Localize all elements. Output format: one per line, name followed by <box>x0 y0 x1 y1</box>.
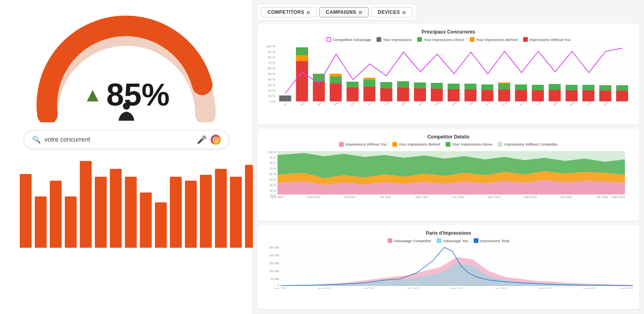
svg-rect-43 <box>397 81 409 88</box>
legend-without-competitor: Impressions Without Competitor <box>498 142 557 147</box>
gauge-person-icon <box>113 103 140 122</box>
bar-item <box>215 169 227 248</box>
svg-rect-42 <box>397 88 409 101</box>
svg-rect-39 <box>363 78 375 80</box>
legend-impressions-without-you: Impressions Without You <box>523 37 571 42</box>
svg-text:100 000: 100 000 <box>269 270 279 273</box>
svg-rect-48 <box>448 89 459 101</box>
bar-item <box>20 174 32 248</box>
svg-text:50 %: 50 % <box>268 72 275 76</box>
legend-dot-cyan <box>437 238 441 243</box>
svg-text:mars 2023: mars 2023 <box>612 196 625 198</box>
person-silhouette <box>113 103 140 121</box>
svg-rect-62 <box>549 84 561 90</box>
svg-text:nov. 2021: nov. 2021 <box>452 196 464 198</box>
bar-item <box>230 177 242 248</box>
left-bar-chart <box>16 161 237 248</box>
svg-text:mars 2023: mars 2023 <box>620 287 633 289</box>
chart1-legend: Competitive Advantage Your Impressions Y… <box>264 37 633 42</box>
svg-text:70 %: 70 % <box>268 61 275 65</box>
bar-item <box>140 193 152 248</box>
svg-text:juil. 2021: juil. 2021 <box>407 287 419 289</box>
tab-campaigns[interactable]: CAMPAIGNS ⊟ <box>319 7 369 17</box>
search-icon: 🔍 <box>32 135 41 144</box>
microphone-icon[interactable]: 🎤 <box>197 135 207 144</box>
svg-rect-52 <box>481 90 493 101</box>
svg-rect-45 <box>414 82 426 88</box>
chart2-area: 100 % 90 % 80 % 70 % 60 % 50 % 40 % 30 %… <box>264 149 633 200</box>
competitors-label: COMPETITORS <box>267 9 304 15</box>
svg-text:40 %: 40 % <box>269 184 276 187</box>
svg-rect-38 <box>363 80 375 87</box>
svg-rect-40 <box>380 88 392 101</box>
bar-item <box>95 177 107 248</box>
svg-text:nov. 2021: nov. 2021 <box>495 287 508 289</box>
legend-label: Competitive Advantage <box>333 37 371 42</box>
svg-rect-51 <box>465 84 476 90</box>
legend-label: Impressions Without You <box>345 142 387 146</box>
svg-text:janv. 2022: janv. 2022 <box>539 287 552 289</box>
svg-text:150 000: 150 000 <box>269 262 279 265</box>
tab-devices[interactable]: DEVICES ⊟ <box>371 7 412 17</box>
bar-item <box>35 196 47 248</box>
svg-rect-47 <box>431 83 443 89</box>
svg-text:20 %: 20 % <box>268 89 275 92</box>
svg-rect-64 <box>565 85 577 90</box>
svg-text:200 000: 200 000 <box>269 254 279 257</box>
svg-rect-49 <box>448 84 459 89</box>
svg-text:100 %: 100 % <box>268 151 276 153</box>
legend-your-impressions: Your Impressions <box>377 37 412 42</box>
svg-rect-66 <box>582 85 594 90</box>
chart3-title: Parts d'Impressions <box>264 230 633 236</box>
chart2-svg: 100 % 90 % 80 % 70 % 60 % 50 % 40 % 30 %… <box>264 149 633 198</box>
svg-text:sept. 2021: sept. 2021 <box>451 287 464 289</box>
svg-text:mars 2021: mars 2021 <box>318 287 332 289</box>
legend-label: Advantage You <box>443 239 468 243</box>
svg-rect-67 <box>599 91 611 101</box>
svg-text:juil. 2022: juil. 2022 <box>597 196 608 198</box>
svg-text:mars 2021: mars 2021 <box>307 196 320 198</box>
bar-item <box>50 181 62 248</box>
legend-competitive-advantage: Competitive Advantage <box>326 37 371 42</box>
competitors-filter-icon: ⊟ <box>307 10 310 15</box>
campaigns-label: CAMPAIGNS <box>326 9 356 15</box>
svg-rect-53 <box>481 84 493 90</box>
bar-item <box>65 196 77 248</box>
legend-label: Your Impressions Behind <box>476 37 518 42</box>
legend-dot-orange2 <box>392 142 397 147</box>
legend-dot-purple <box>326 37 331 42</box>
svg-text:60 %: 60 % <box>269 173 276 176</box>
bar-item <box>125 177 137 248</box>
legend-adv-you: Advantage You <box>437 238 468 243</box>
chart-panel-2: Competitor Details Impressions Without Y… <box>258 129 639 221</box>
tab-competitors[interactable]: COMPETITORS ⊟ <box>261 7 317 17</box>
svg-rect-46 <box>431 89 443 101</box>
google-lens-icon[interactable] <box>211 135 221 145</box>
svg-text:vous: vous <box>282 102 287 105</box>
svg-marker-128 <box>281 263 633 286</box>
legend-impressions-above: Your Impressions Above <box>417 37 464 42</box>
legend-impressions-total: Impressions Total <box>474 238 509 243</box>
bar-item <box>110 169 122 248</box>
legend-dot-green2 <box>446 142 450 147</box>
svg-rect-33 <box>330 77 341 84</box>
svg-rect-65 <box>582 90 594 101</box>
search-input[interactable] <box>45 136 193 143</box>
svg-text:70 %: 70 % <box>269 167 276 170</box>
bar-item <box>80 161 92 248</box>
svg-rect-35 <box>346 88 358 101</box>
devices-label: DEVICES <box>378 9 400 15</box>
svg-text:sept. 2021: sept. 2021 <box>415 196 428 198</box>
bar-item <box>170 177 182 248</box>
search-bar: 🔍 🎤 <box>24 130 229 149</box>
svg-text:mai 2022: mai 2022 <box>561 196 572 198</box>
legend-behind: Your Impressions Behind <box>392 142 440 147</box>
chart3-svg: 250 000 200 000 150 000 100 000 50 000 0 <box>264 245 633 289</box>
bar-item <box>155 202 167 248</box>
legend-adv-competitor: Advantage Competitor <box>388 238 431 243</box>
svg-rect-61 <box>549 90 561 101</box>
legend-label: Your Impressions Behind <box>399 142 440 146</box>
svg-rect-50 <box>465 90 476 101</box>
svg-text:mars 2022: mars 2022 <box>583 287 597 289</box>
gauge-container: ▲ 85% <box>28 12 225 122</box>
